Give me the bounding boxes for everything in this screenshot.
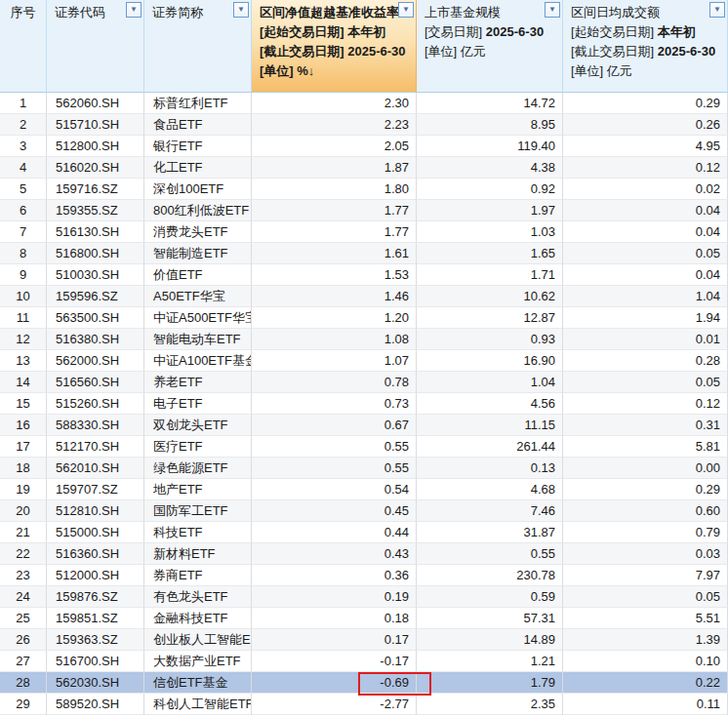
cell-name[interactable]: 券商ETF	[144, 565, 252, 586]
cell-idx[interactable]: 23	[0, 565, 47, 586]
cell-turnover[interactable]: 0.02	[563, 179, 728, 200]
cell-turnover[interactable]: 0.05	[563, 372, 728, 393]
cell-code[interactable]: 589520.SH	[47, 694, 144, 715]
cell-code[interactable]: 562010.SH	[47, 458, 144, 479]
cell-code[interactable]: 515260.SH	[47, 393, 144, 415]
cell-scale[interactable]: 14.89	[417, 629, 563, 651]
cell-code[interactable]: 159851.SZ	[47, 608, 144, 629]
column-header-scale[interactable]: 上市基金规模[交易日期] 2025-6-30[单位] 亿元▼	[417, 0, 563, 93]
cell-name[interactable]: 信创ETF基金	[144, 672, 252, 694]
cell-scale[interactable]: 1.79	[417, 672, 563, 694]
cell-scale[interactable]: 1.71	[417, 264, 563, 286]
cell-code[interactable]: 516380.SH	[47, 329, 144, 350]
cell-code[interactable]: 562000.SH	[47, 350, 144, 372]
cell-excess[interactable]: -2.77	[252, 694, 417, 715]
cell-code[interactable]: 516700.SH	[47, 651, 144, 672]
cell-scale[interactable]: 4.68	[417, 479, 563, 500]
cell-turnover[interactable]: 0.60	[563, 500, 728, 522]
table-row[interactable]: 6159355.SZ800红利低波ETF1.771.970.04	[0, 200, 728, 221]
table-row[interactable]: 2515710.SH食品ETF2.238.950.26	[0, 114, 728, 136]
cell-idx[interactable]: 27	[0, 651, 47, 672]
table-row[interactable]: 15515260.SH电子ETF0.734.560.12	[0, 393, 728, 415]
cell-scale[interactable]: 10.62	[417, 286, 563, 307]
table-row[interactable]: 8516800.SH智能制造ETF1.611.650.05	[0, 243, 728, 264]
cell-name[interactable]: 食品ETF	[144, 114, 252, 136]
cell-code[interactable]: 515710.SH	[47, 114, 144, 136]
column-header-name[interactable]: 证券简称▼	[144, 0, 252, 93]
cell-excess[interactable]: 0.55	[252, 458, 417, 479]
table-row[interactable]: 16588330.SH双创龙头ETF0.6711.150.31	[0, 415, 728, 436]
table-row[interactable]: 24159876.SZ有色龙头ETF0.190.590.05	[0, 586, 728, 608]
cell-excess[interactable]: 0.54	[252, 479, 417, 500]
cell-scale[interactable]: 57.31	[417, 608, 563, 629]
cell-code[interactable]: 159596.SZ	[47, 286, 144, 307]
table-row[interactable]: 21515000.SH科技ETF0.4431.870.79	[0, 522, 728, 543]
cell-idx[interactable]: 25	[0, 608, 47, 629]
cell-scale[interactable]: 1.65	[417, 243, 563, 264]
cell-turnover[interactable]: 0.03	[563, 543, 728, 565]
cell-scale[interactable]: 261.44	[417, 436, 563, 458]
cell-turnover[interactable]: 0.26	[563, 114, 728, 136]
table-row[interactable]: 10159596.SZA50ETF华宝1.4610.621.04	[0, 286, 728, 307]
table-row[interactable]: 7516130.SH消费龙头ETF1.771.030.04	[0, 221, 728, 243]
cell-idx[interactable]: 24	[0, 586, 47, 608]
table-row[interactable]: 28562030.SH信创ETF基金-0.691.790.22	[0, 672, 728, 694]
cell-code[interactable]: 516020.SH	[47, 157, 144, 179]
cell-turnover[interactable]: 0.11	[563, 694, 728, 715]
cell-idx[interactable]: 6	[0, 200, 47, 221]
cell-code[interactable]: 516560.SH	[47, 372, 144, 393]
cell-idx[interactable]: 16	[0, 415, 47, 436]
cell-code[interactable]: 512800.SH	[47, 136, 144, 157]
table-row[interactable]: 9510030.SH价值ETF1.531.710.04	[0, 264, 728, 286]
cell-name[interactable]: 价值ETF	[144, 264, 252, 286]
cell-turnover[interactable]: 0.28	[563, 350, 728, 372]
cell-excess[interactable]: 1.87	[252, 157, 417, 179]
cell-code[interactable]: 510030.SH	[47, 264, 144, 286]
cell-idx[interactable]: 1	[0, 93, 47, 114]
cell-scale[interactable]: 0.92	[417, 179, 563, 200]
cell-idx[interactable]: 29	[0, 694, 47, 715]
cell-idx[interactable]: 12	[0, 329, 47, 350]
cell-scale[interactable]: 0.13	[417, 458, 563, 479]
cell-code[interactable]: 516130.SH	[47, 221, 144, 243]
cell-turnover[interactable]: 1.94	[563, 307, 728, 329]
cell-name[interactable]: 化工ETF	[144, 157, 252, 179]
table-row[interactable]: 18562010.SH绿色能源ETF0.550.130.00	[0, 458, 728, 479]
cell-code[interactable]: 515000.SH	[47, 522, 144, 543]
cell-excess[interactable]: -0.69	[252, 672, 417, 694]
cell-scale[interactable]: 1.97	[417, 200, 563, 221]
column-header-idx[interactable]: 序号	[0, 0, 47, 93]
cell-scale[interactable]: 31.87	[417, 522, 563, 543]
cell-turnover[interactable]: 0.04	[563, 264, 728, 286]
cell-turnover[interactable]: 0.79	[563, 522, 728, 543]
cell-scale[interactable]: 8.95	[417, 114, 563, 136]
cell-name[interactable]: A50ETF华宝	[144, 286, 252, 307]
cell-name[interactable]: 新材料ETF	[144, 543, 252, 565]
cell-name[interactable]: 地产ETF	[144, 479, 252, 500]
cell-scale[interactable]: 119.40	[417, 136, 563, 157]
cell-scale[interactable]: 2.35	[417, 694, 563, 715]
cell-turnover[interactable]: 0.05	[563, 586, 728, 608]
cell-idx[interactable]: 10	[0, 286, 47, 307]
cell-name[interactable]: 创业板人工智能E...	[144, 629, 252, 651]
cell-idx[interactable]: 2	[0, 114, 47, 136]
cell-excess[interactable]: 0.18	[252, 608, 417, 629]
filter-dropdown-icon[interactable]: ▼	[545, 2, 560, 18]
cell-idx[interactable]: 4	[0, 157, 47, 179]
cell-excess[interactable]: 0.67	[252, 415, 417, 436]
table-row[interactable]: 12516380.SH智能电动车ETF1.080.930.01	[0, 329, 728, 350]
cell-code[interactable]: 563500.SH	[47, 307, 144, 329]
cell-excess[interactable]: 1.61	[252, 243, 417, 264]
column-header-turnover[interactable]: 区间日均成交额[起始交易日期] 本年初[截止交易日期] 2025-6-30[单位…	[563, 0, 728, 93]
cell-code[interactable]: 512000.SH	[47, 565, 144, 586]
cell-turnover[interactable]: 5.81	[563, 436, 728, 458]
cell-name[interactable]: 医疗ETF	[144, 436, 252, 458]
cell-turnover[interactable]: 0.22	[563, 672, 728, 694]
cell-name[interactable]: 绿色能源ETF	[144, 458, 252, 479]
cell-name[interactable]: 双创龙头ETF	[144, 415, 252, 436]
cell-idx[interactable]: 15	[0, 393, 47, 415]
cell-excess[interactable]: 1.80	[252, 179, 417, 200]
cell-excess[interactable]: 0.43	[252, 543, 417, 565]
cell-excess[interactable]: 0.36	[252, 565, 417, 586]
cell-turnover[interactable]: 0.05	[563, 243, 728, 264]
